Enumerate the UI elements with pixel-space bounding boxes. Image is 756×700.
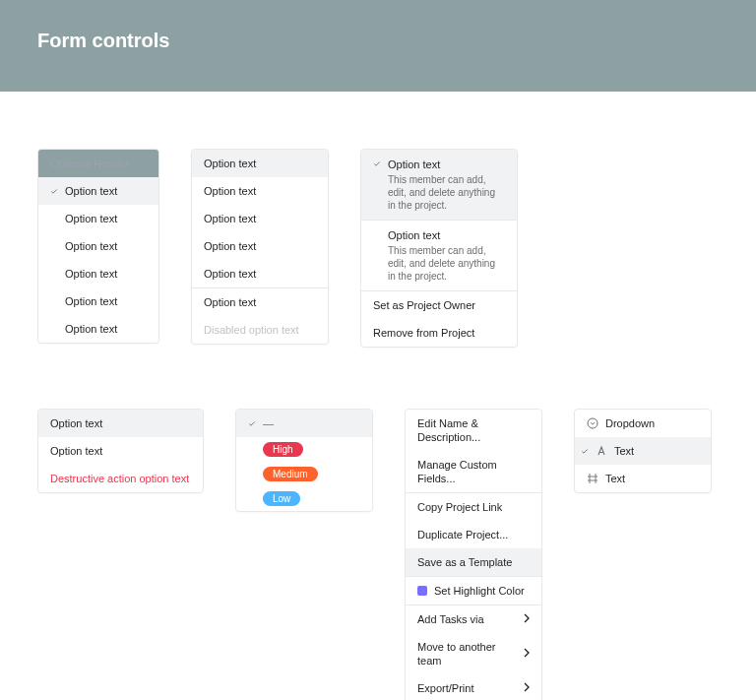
menu-item-save-template[interactable]: Save as a Template: [406, 548, 541, 576]
svg-point-0: [588, 418, 598, 428]
menu-item-label: Duplicate Project...: [417, 528, 508, 541]
menu-item-highlight-color[interactable]: Set Highlight Color: [406, 577, 541, 605]
menu-item-export-sub[interactable]: Export/Print: [406, 674, 541, 700]
menu-item-selected-none[interactable]: —: [236, 410, 372, 437]
menu-item-edit-name[interactable]: Edit Name & Description...: [406, 410, 541, 451]
menu-item[interactable]: Option text: [192, 205, 328, 232]
chevron-right-icon: [524, 612, 530, 626]
menu-item-dropdown[interactable]: Dropdown: [575, 410, 711, 437]
menu-item[interactable]: Option text: [38, 315, 158, 343]
menu-item-copy-link[interactable]: Copy Project Link: [406, 493, 541, 521]
menu-item-content: Option text This member can add, edit, a…: [388, 228, 505, 283]
menu-item-label: Option text: [65, 184, 117, 198]
color-swatch-icon: [417, 586, 427, 596]
menu-item-text[interactable]: Text: [575, 437, 711, 465]
menu-item-label: Option text: [204, 295, 256, 309]
page-title: Form controls: [37, 30, 719, 52]
menu-item-label: Option text: [388, 228, 505, 242]
row-1: Optional Header Option text Option text …: [37, 149, 719, 348]
priority-pill-medium: Medium: [263, 467, 318, 481]
menu-item-label: Option text: [204, 267, 256, 281]
row-2: Option text Option text Destructive acti…: [37, 409, 719, 700]
menu-item[interactable]: Option text: [192, 288, 328, 316]
menu-item-label: Option text: [65, 322, 117, 336]
menu-item[interactable]: Option text: [192, 150, 328, 177]
menu-item-label: Option text: [50, 444, 102, 458]
menu-header-label: Optional Header: [50, 157, 129, 170]
menu-project-actions: Edit Name & Description... Manage Custom…: [405, 409, 542, 700]
check-icon: [50, 187, 58, 195]
menu-item[interactable]: Option text: [38, 410, 203, 437]
menu-item[interactable]: Option text: [192, 177, 328, 205]
menu-item-text-alt[interactable]: Text: [575, 465, 711, 492]
menu-item[interactable]: Option text: [192, 232, 328, 260]
menu-item[interactable]: Option text: [192, 260, 328, 287]
menu-item-content: Option text This member can add, edit, a…: [388, 158, 505, 212]
menu-destructive: Option text Option text Destructive acti…: [37, 409, 204, 493]
menu-item-label: Option text: [204, 184, 256, 198]
menu-item-label: Option text: [204, 157, 256, 170]
check-icon: [248, 419, 256, 427]
menu-item-label: Manage Custom Fields...: [417, 458, 530, 485]
menu-item-manage-fields[interactable]: Manage Custom Fields...: [406, 451, 541, 492]
menu-item-description: This member can add, edit, and delete an…: [388, 244, 505, 283]
menu-item[interactable]: Option text: [38, 260, 158, 287]
menu-field-type: Dropdown Text Text: [574, 409, 712, 493]
menu-item-label: Option text: [65, 294, 117, 308]
menu-header: Optional Header: [38, 150, 158, 177]
menu-with-descriptions: Option text This member can add, edit, a…: [360, 149, 518, 348]
menu-item-label: Save as a Template: [417, 555, 512, 569]
menu-item-description: This member can add, edit, and delete an…: [388, 173, 505, 212]
menu-item[interactable]: Option text: [38, 205, 158, 232]
menu-priority-pills: — High Medium Low: [235, 409, 373, 512]
menu-item-label: Option text: [65, 239, 117, 253]
text-a-icon: [596, 445, 607, 457]
menu-item-add-tasks[interactable]: Add Tasks via: [406, 605, 541, 633]
menu-item-move-team[interactable]: Move to another team: [406, 633, 541, 674]
menu-item[interactable]: Option text: [38, 287, 158, 315]
menu-item[interactable]: Set as Project Owner: [361, 291, 517, 319]
menu-basic-disabled: Option text Option text Option text Opti…: [191, 149, 329, 345]
menu-item-label: Text: [605, 472, 625, 485]
dropdown-icon: [587, 417, 598, 429]
canvas: Optional Header Option text Option text …: [0, 92, 756, 700]
menu-item-disabled: Disabled option text: [192, 316, 328, 344]
menu-item-label: Set Highlight Color: [434, 584, 525, 598]
menu-item-label: —: [263, 416, 274, 430]
chevron-right-icon: [524, 647, 530, 661]
menu-item[interactable]: Remove from Project: [361, 319, 517, 347]
menu-item-duplicate[interactable]: Duplicate Project...: [406, 521, 541, 548]
menu-item[interactable]: Option text: [38, 232, 158, 260]
menu-item-label: Remove from Project: [373, 326, 474, 340]
menu-item-label: Disabled option text: [204, 323, 299, 337]
menu-basic-header: Optional Header Option text Option text …: [37, 149, 159, 344]
menu-item-destructive[interactable]: Destructive action option text: [38, 465, 203, 492]
menu-item-label: Text: [614, 444, 634, 458]
menu-item[interactable]: Option text: [38, 437, 203, 465]
check-icon: [581, 447, 589, 455]
menu-item-label: Export/Print: [417, 681, 473, 695]
page-header: Form controls: [0, 0, 756, 92]
menu-item-label: Move to another team: [417, 640, 517, 668]
menu-item-label: Edit Name & Description...: [417, 416, 530, 444]
menu-item-label: Option text: [50, 416, 102, 430]
menu-item-pill[interactable]: Medium: [236, 462, 372, 486]
menu-item-label: Option text: [204, 239, 256, 253]
menu-item-label: Option text: [204, 212, 256, 225]
menu-item[interactable]: Option text This member can add, edit, a…: [361, 221, 517, 290]
number-icon: [587, 473, 598, 484]
menu-item-label: Dropdown: [605, 416, 655, 430]
menu-item-label: Add Tasks via: [417, 612, 484, 626]
menu-item-label: Destructive action option text: [50, 472, 189, 485]
menu-item-label: Option text: [388, 158, 505, 171]
menu-item[interactable]: Option text: [38, 177, 158, 205]
priority-pill-high: High: [263, 442, 303, 457]
menu-item-pill[interactable]: High: [236, 437, 372, 462]
menu-item-pill[interactable]: Low: [236, 486, 372, 511]
chevron-right-icon: [524, 681, 530, 695]
menu-item-label: Option text: [65, 212, 117, 225]
priority-pill-low: Low: [263, 491, 300, 506]
menu-item-label: Copy Project Link: [417, 500, 502, 514]
menu-item[interactable]: Option text This member can add, edit, a…: [361, 150, 517, 220]
menu-item-label: Option text: [65, 267, 117, 281]
